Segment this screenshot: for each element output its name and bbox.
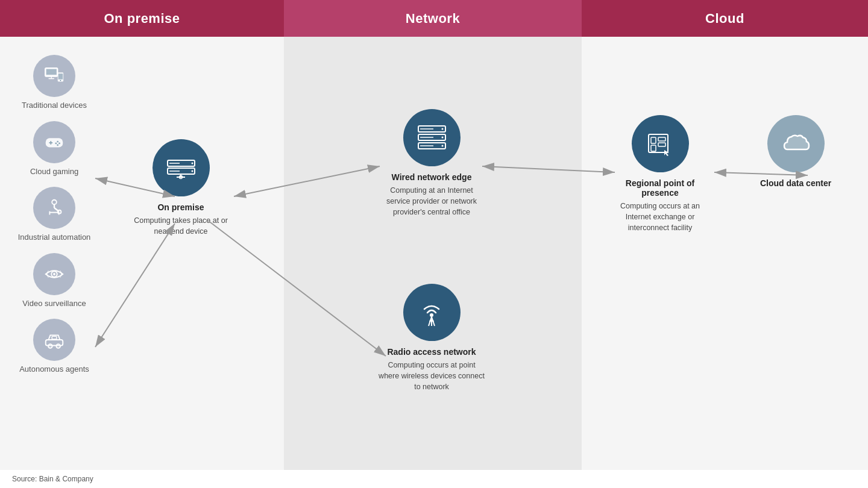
svg-point-11 <box>57 140 58 142</box>
autonomous-icon <box>33 319 75 361</box>
svg-point-42 <box>441 145 443 147</box>
svg-rect-54 <box>658 143 665 146</box>
svg-point-12 <box>58 142 60 144</box>
on-premise-node-title: On premise <box>157 202 204 212</box>
svg-point-15 <box>52 200 57 205</box>
radio-access-icon <box>403 284 461 341</box>
svg-rect-55 <box>651 145 656 151</box>
cloud-title: Cloud <box>705 11 744 27</box>
cloud-gaming-label: Cloud gaming <box>30 167 78 177</box>
device-video: Video surveillance <box>22 253 86 308</box>
svg-rect-4 <box>49 78 55 79</box>
svg-rect-6 <box>58 74 63 80</box>
devices-column: Traditional devices <box>12 49 96 385</box>
video-icon <box>33 253 75 295</box>
header-network: Network <box>284 0 582 37</box>
wired-edge-title: Wired network edge <box>392 172 472 182</box>
section-network: Wired network edge Computing at an Inter… <box>284 37 582 470</box>
svg-point-13 <box>55 142 57 144</box>
source-text: Source: Bain & Company <box>12 475 93 483</box>
svg-point-40 <box>441 128 443 130</box>
industrial-label: Industrial automation <box>18 233 91 242</box>
regional-pop-title: Regional point of presence <box>612 178 708 198</box>
section-cloud: Regional point of presence Computing occ… <box>582 37 868 470</box>
traditional-label: Traditional devices <box>22 101 87 110</box>
svg-point-41 <box>441 137 443 139</box>
svg-rect-27 <box>52 337 57 340</box>
on-premise-node: On premise Computing takes place at or n… <box>133 139 229 237</box>
wired-edge-icon <box>403 109 461 166</box>
radio-access-node: Radio access network Computing occurs at… <box>377 284 486 392</box>
header-cloud: Cloud <box>582 0 868 37</box>
svg-rect-2 <box>46 69 57 75</box>
autonomous-label: Autonomous agents <box>19 364 89 374</box>
cloud-dc-node: Cloud data center <box>760 115 832 191</box>
on-premise-node-desc: Computing takes place at or near end dev… <box>133 215 229 237</box>
regional-pop-desc: Computing occurs at an Internet exchange… <box>612 201 708 233</box>
svg-rect-52 <box>651 137 656 143</box>
wired-edge-desc: Computing at an Internet service provide… <box>380 185 483 217</box>
on-premise-title: On premise <box>104 11 180 27</box>
svg-point-26 <box>56 345 60 349</box>
svg-point-23 <box>53 273 55 275</box>
device-industrial: Industrial automation <box>18 187 91 242</box>
svg-rect-53 <box>658 137 665 141</box>
svg-point-46 <box>430 313 433 317</box>
traditional-devices-icon <box>33 55 75 97</box>
industrial-icon <box>33 187 75 229</box>
page-wrapper: On premise Network Cloud <box>0 0 868 488</box>
regional-pop-node: Regional point of presence Computing occ… <box>612 115 708 233</box>
device-cloud-gaming: Cloud gaming <box>30 121 78 177</box>
radio-access-desc: Computing occurs at point where wireless… <box>377 360 486 392</box>
svg-point-7 <box>60 80 61 81</box>
cloud-gaming-icon <box>33 121 75 163</box>
main-content: Traditional devices <box>0 37 868 470</box>
cloud-dc-title: Cloud data center <box>760 178 831 188</box>
device-autonomous: Autonomous agents <box>19 319 89 374</box>
svg-rect-8 <box>46 138 63 147</box>
cloud-dc-icon <box>767 115 825 172</box>
header-on-premise: On premise <box>0 0 284 37</box>
svg-point-14 <box>57 144 58 146</box>
video-label: Video surveillance <box>22 299 86 308</box>
svg-point-18 <box>58 210 61 214</box>
header: On premise Network Cloud <box>0 0 868 37</box>
network-title: Network <box>406 11 460 27</box>
on-premise-node-icon <box>153 139 210 196</box>
svg-point-25 <box>48 345 52 349</box>
regional-pop-icon <box>632 115 689 172</box>
svg-point-31 <box>191 170 193 172</box>
radio-access-title: Radio access network <box>387 347 476 357</box>
wired-edge-node: Wired network edge Computing at an Inter… <box>380 109 483 217</box>
svg-point-30 <box>191 163 193 164</box>
device-traditional: Traditional devices <box>22 55 87 110</box>
source-footer: Source: Bain & Company <box>0 470 868 488</box>
section-on-premise: Traditional devices <box>0 37 284 470</box>
